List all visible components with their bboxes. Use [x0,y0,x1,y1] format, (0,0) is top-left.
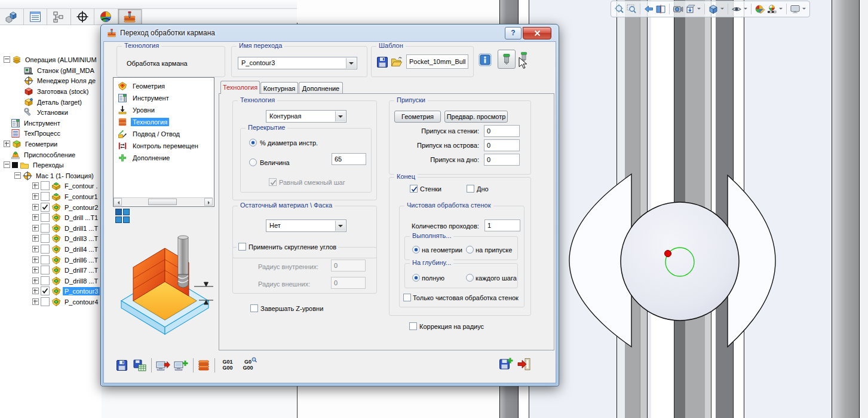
expand-icon[interactable] [32,246,39,252]
save-template-icon[interactable] [376,56,388,68]
passes-count-field[interactable] [484,219,520,231]
checkbox[interactable] [41,224,50,233]
toolbar-button-appearance-sphere[interactable] [94,9,118,25]
wall-allowance-field[interactable] [484,125,520,137]
toolbar-button-origin[interactable] [71,9,95,25]
tree-item-machine[interactable]: Станок (gMill_MDA [24,65,96,75]
tool-data-button[interactable] [498,50,516,69]
tree-item-p-contour2[interactable]: P_contour2 [32,202,100,212]
tree-item-d-drill1[interactable]: D_drill1 ...T [32,223,100,233]
exit-button[interactable] [517,357,531,371]
toolbar-button-feature-tree[interactable] [24,9,48,25]
expand-ic[interactable] [32,193,39,200]
overlap-value-field[interactable] [332,153,366,165]
tree-item-d-drill[interactable]: D_drill ...T1 [32,212,100,222]
collapse-icon[interactable] [4,56,10,63]
expand-icon[interactable] [32,277,39,284]
nav-item-geometry[interactable]: Геометрия [118,80,167,92]
save-copy-button[interactable] [499,357,513,371]
collapse-icon[interactable] [14,172,21,179]
value-radio[interactable] [249,158,257,166]
nav-horizontal-scrollbar[interactable] [114,197,213,206]
tab-technology[interactable]: Технология [220,81,260,94]
expand-icon[interactable] [4,141,10,147]
nav-item-technology-selected[interactable]: Технология [118,116,169,128]
view-orientation-icon[interactable] [685,4,695,14]
scrollbar-thumb[interactable] [148,199,177,205]
view-settings-icon[interactable] [790,4,800,14]
tree-item-operation[interactable]: Операция (ALUMINIUM [4,54,99,65]
checkbox[interactable] [41,255,50,264]
tree-item-fixture[interactable]: Приспособление [11,149,77,160]
tree-item-f-contour1[interactable]: F_contour1 [32,191,100,202]
walls-checkbox-checked[interactable] [410,185,418,193]
checkbox[interactable] [41,245,50,254]
tree-item-settings[interactable]: Установки [24,107,70,117]
expand-icon[interactable] [32,204,39,210]
geometry-button[interactable]: Геометрия [394,111,441,123]
tree-item-f-contour[interactable]: F_contour . [32,181,100,191]
camera-icon[interactable] [673,4,683,14]
toolbar-button-solidcam[interactable] [118,9,142,25]
nav-item-tool[interactable]: Инструмент [118,92,171,104]
checkbox[interactable] [41,181,50,190]
tree-item-tool[interactable]: Инструмент [11,118,62,128]
hide-show-icon[interactable] [731,4,742,14]
technology-combo[interactable]: Контурная [266,110,346,123]
info-button[interactable] [479,53,492,66]
tree-item-techprocess[interactable]: ТехПроцесс [11,128,62,138]
collapse-icon[interactable] [4,161,10,168]
checkbox[interactable] [41,192,50,201]
template-name-field[interactable] [406,54,468,69]
tree-item-d-drill6[interactable]: D_drill6 ...T [32,255,100,265]
apply-scene-icon[interactable] [766,4,777,14]
toolbar-button-part[interactable] [0,9,24,25]
checkbox-checked[interactable] [41,203,50,212]
each-step-radio[interactable] [466,274,474,282]
calculate-gcode-button[interactable] [156,359,170,371]
tab-misc[interactable]: Дополнение [299,82,343,93]
finish-z-levels-checkbox[interactable] [250,304,258,312]
nav-item-misc[interactable]: Дополнение [118,152,171,164]
preview-button[interactable]: Предвар. просмотр [444,111,508,123]
checkbox[interactable] [41,213,50,222]
tree-item-d-drill7[interactable]: D_drill7 ...T [32,265,100,275]
tree-item-mac-position[interactable]: Мас 1 (1- Позиция) [14,170,96,181]
expand-icon[interactable] [32,257,39,263]
tab-contour[interactable]: Контурная [260,82,298,93]
calculate-add-button[interactable] [174,359,188,371]
tree-item-p-contour4[interactable]: P_contour4 [32,297,100,307]
floor-allowance-field[interactable] [484,154,520,166]
only-wall-finish-checkbox[interactable] [403,294,411,301]
layers-button[interactable] [197,358,210,373]
close-button[interactable] [523,27,551,39]
island-allowance-field[interactable] [484,139,520,151]
radius-compensation-checkbox[interactable] [409,322,417,330]
corner-rounding-checkbox[interactable] [238,243,246,251]
save-and-calculate-button[interactable] [133,359,146,371]
chevron-down-icon[interactable] [744,8,747,11]
full-depth-radio[interactable] [412,274,420,282]
chevron-down-icon[interactable] [802,8,806,11]
tree-item-d-drill3[interactable]: D_drill3 ...T [32,233,100,243]
checkbox[interactable] [41,297,50,306]
section-view-icon[interactable] [655,4,666,14]
expand-icon[interactable] [32,267,39,273]
help-button[interactable]: ? [505,27,522,39]
zoom-fit-icon[interactable] [614,4,625,14]
chevron-down-icon[interactable] [720,8,724,11]
edit-appearance-icon[interactable] [754,4,765,14]
chevron-down-icon[interactable] [697,8,701,11]
expand-icon[interactable] [32,225,39,231]
checkbox[interactable] [41,276,50,285]
nav-item-levels[interactable]: Уровни [118,104,157,116]
nav-item-motion-control[interactable]: Контроль перемещен [118,140,200,152]
expand-icon[interactable] [32,288,39,294]
tree-item-d-drill8[interactable]: D_drill8 ...T [32,276,100,286]
chevron-down-icon[interactable] [335,111,345,121]
zoom-area-icon[interactable] [626,4,637,14]
scroll-right-icon[interactable] [204,198,213,206]
gcode-view-button[interactable]: G0G00 [240,359,256,371]
percent-diameter-radio[interactable] [249,139,257,147]
checkbox[interactable] [41,234,50,243]
